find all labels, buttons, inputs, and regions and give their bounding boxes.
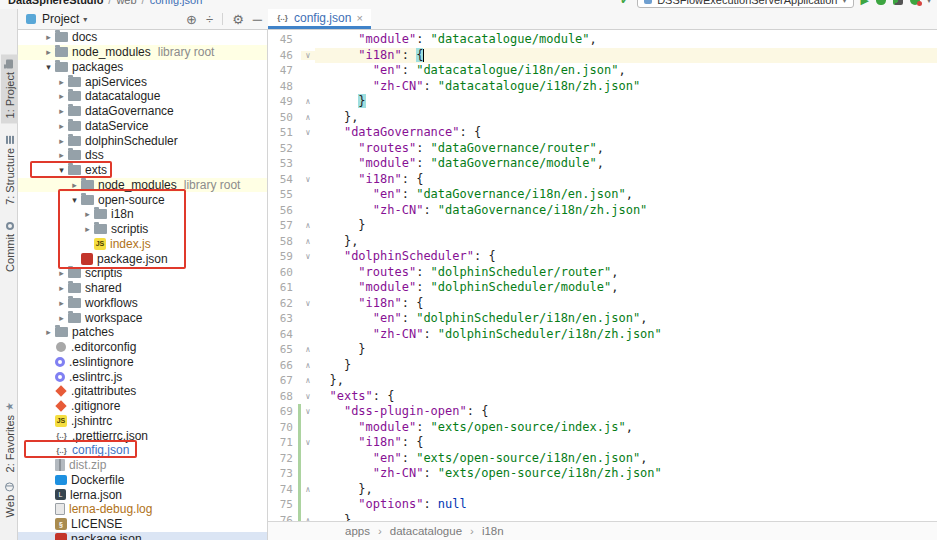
project-panel-title[interactable]: Project	[42, 12, 79, 26]
chevron-down-icon[interactable]: ▾	[83, 15, 87, 24]
expand-arrow-icon[interactable]: ▸	[42, 32, 55, 42]
fold-toggle-icon[interactable]: ∧	[301, 376, 315, 385]
tree-item-package-json[interactable]: package.json	[18, 532, 267, 540]
fold-toggle-icon[interactable]: ∨	[301, 438, 315, 447]
tree-item-scriptis[interactable]: ▸scriptis	[18, 266, 267, 281]
expand-arrow-icon[interactable]: ▸	[55, 298, 68, 308]
fold-toggle-icon[interactable]: ∧	[301, 97, 315, 106]
fold-toggle-icon[interactable]: ∨	[301, 407, 315, 416]
folder-icon	[68, 106, 81, 116]
fold-toggle-icon[interactable]: ∨	[301, 299, 315, 308]
tree-item-package-json[interactable]: package.json	[18, 251, 267, 266]
tree-item-workflows[interactable]: ▸workflows	[18, 296, 267, 311]
tree-item-license[interactable]: §LICENSE	[18, 517, 267, 532]
tree-item-docs[interactable]: ▸docs	[18, 30, 267, 45]
expand-arrow-icon[interactable]: ▸	[55, 121, 68, 131]
tree-item-node-modules[interactable]: ▸node_moduleslibrary root	[18, 178, 267, 193]
tree-item-index-js[interactable]: JSindex.js	[18, 237, 267, 252]
hide-panel-button[interactable]: ─	[253, 12, 262, 27]
tree-item-exts[interactable]: ▾exts	[18, 163, 267, 178]
tree-item-lerna-json[interactable]: Llerna.json	[18, 487, 267, 502]
settings-gear-icon[interactable]: ⚙	[232, 12, 244, 27]
tree-item-eslintrc-js[interactable]: .eslintrc.js	[18, 369, 267, 384]
tree-item-eslintignore[interactable]: .eslintignore	[18, 355, 267, 370]
chevron-down-icon[interactable]: ▾	[927, 0, 931, 5]
tree-item-dolphinscheduler[interactable]: ▸dolphinScheduler	[18, 133, 267, 148]
collapse-arrow-icon[interactable]: ▾	[68, 195, 81, 205]
tree-item-scriptis[interactable]: ▸scriptis	[18, 222, 267, 237]
expand-arrow-icon[interactable]: ▸	[42, 47, 55, 57]
tree-item-jshintrc[interactable]: JS.jshintrc	[18, 414, 267, 429]
breadcrumb-file[interactable]: config.json	[150, 0, 203, 6]
tree-item-dist-zip[interactable]: dist.zip	[18, 458, 267, 473]
code-editor[interactable]: 45 "module": "datacatalogue/module",46∨ …	[268, 30, 937, 521]
fold-toggle-icon[interactable]: ∧	[301, 361, 315, 370]
run-button[interactable]: ▶	[861, 0, 869, 6]
tree-item-lerna-debug-log[interactable]: lerna-debug.log	[18, 502, 267, 517]
fold-toggle-icon[interactable]: ∨	[301, 252, 315, 261]
tree-item-config-json[interactable]: {..}config.json	[18, 443, 267, 458]
expand-arrow-icon[interactable]: ▸	[55, 136, 68, 146]
expand-arrow-icon[interactable]: ▸	[81, 224, 94, 234]
fold-toggle-icon[interactable]: ∨	[301, 175, 315, 184]
expand-arrow-icon[interactable]: ▸	[55, 283, 68, 293]
stripe-button-7-structure[interactable]: 7: Structure	[1, 131, 18, 210]
fold-toggle-icon[interactable]: ∨	[301, 51, 315, 60]
tree-item-node-modules[interactable]: ▸node_moduleslibrary root	[18, 45, 267, 60]
tree-item-dataservice[interactable]: ▸dataService	[18, 119, 267, 134]
tree-item-label: workflows	[85, 296, 138, 310]
fold-toggle-icon[interactable]: ∧	[301, 345, 315, 354]
tree-item-datagovernance[interactable]: ▸dataGovernance	[18, 104, 267, 119]
expand-arrow-icon[interactable]: ▸	[55, 106, 68, 116]
collapse-arrow-icon[interactable]: ▾	[42, 62, 55, 72]
tree-item-dss[interactable]: ▸dss	[18, 148, 267, 163]
tree-item-open-source[interactable]: ▾open-source	[18, 192, 267, 207]
tree-item-prettierrc-json[interactable]: {..}.prettierrc.json	[18, 428, 267, 443]
tree-item-i18n[interactable]: ▸i18n	[18, 207, 267, 222]
stripe-button-2-favorites[interactable]: 2: Favorites★	[1, 397, 18, 477]
tree-item-gitattributes[interactable]: .gitattributes	[18, 384, 267, 399]
stripe-button-commit[interactable]: Commit	[1, 217, 18, 277]
collapse-arrow-icon[interactable]: ▾	[55, 165, 68, 175]
fold-toggle-icon[interactable]: ∨	[301, 128, 315, 137]
run-with-coverage-button[interactable]	[893, 0, 903, 5]
tree-item-datacatalogue[interactable]: ▸datacatalogue	[18, 89, 267, 104]
locate-file-button[interactable]: ⊕	[186, 12, 197, 27]
tree-item-packages[interactable]: ▾packages	[18, 60, 267, 75]
breadcrumb-folder[interactable]: web	[116, 0, 136, 6]
editor-breadcrumb-datacatalogue[interactable]: datacatalogue	[390, 525, 462, 537]
expand-arrow-icon[interactable]: ▸	[55, 91, 68, 101]
tree-item-apiservices[interactable]: ▸apiServices	[18, 74, 267, 89]
tab-config-json[interactable]: {..} config.json ×	[268, 9, 371, 29]
expand-arrow-icon[interactable]: ▸	[55, 268, 68, 278]
build-check-icon[interactable]: ✓	[620, 0, 630, 7]
expand-arrow-icon[interactable]: ▸	[55, 313, 68, 323]
stripe-button-web[interactable]: Web	[1, 477, 18, 522]
debug-button[interactable]	[876, 0, 886, 5]
expand-arrow-icon[interactable]: ▸	[55, 77, 68, 87]
profiler-button[interactable]	[910, 0, 920, 5]
stripe-button-1-project[interactable]: 1: Project	[1, 54, 18, 123]
collapse-all-button[interactable]: ÷	[206, 12, 213, 27]
close-icon[interactable]: ×	[356, 12, 362, 24]
fold-toggle-icon[interactable]: ∨	[301, 392, 315, 401]
expand-arrow-icon[interactable]: ▸	[81, 209, 94, 219]
fold-toggle-icon[interactable]: ∧	[301, 485, 315, 494]
expand-arrow-icon[interactable]: ▸	[68, 180, 81, 190]
expand-arrow-icon[interactable]: ▸	[55, 150, 68, 160]
editor-breadcrumb-i18n[interactable]: i18n	[482, 525, 504, 537]
expand-arrow-icon[interactable]: ▸	[42, 327, 55, 337]
tree-item-workspace[interactable]: ▸workspace	[18, 310, 267, 325]
fold-toggle-icon[interactable]: ∧	[301, 221, 315, 230]
fold-toggle-icon[interactable]: ∧	[301, 113, 315, 122]
editor-breadcrumb-apps[interactable]: apps	[345, 525, 370, 537]
tree-item-shared[interactable]: ▸shared	[18, 281, 267, 296]
fold-toggle-icon[interactable]: ∧	[301, 237, 315, 246]
code-line-66: 66∧ }	[268, 358, 937, 374]
tree-item-gitignore[interactable]: .gitignore	[18, 399, 267, 414]
breadcrumb-project[interactable]: DataSphereStudio	[8, 0, 103, 6]
tree-item-patches[interactable]: ▸patches	[18, 325, 267, 340]
tree-item-dockerfile[interactable]: Dockerfile	[18, 473, 267, 488]
run-configuration-select[interactable]: DSSFlowExecutionServerApplication ▾	[637, 0, 853, 8]
tree-item-editorconfig[interactable]: .editorconfig	[18, 340, 267, 355]
